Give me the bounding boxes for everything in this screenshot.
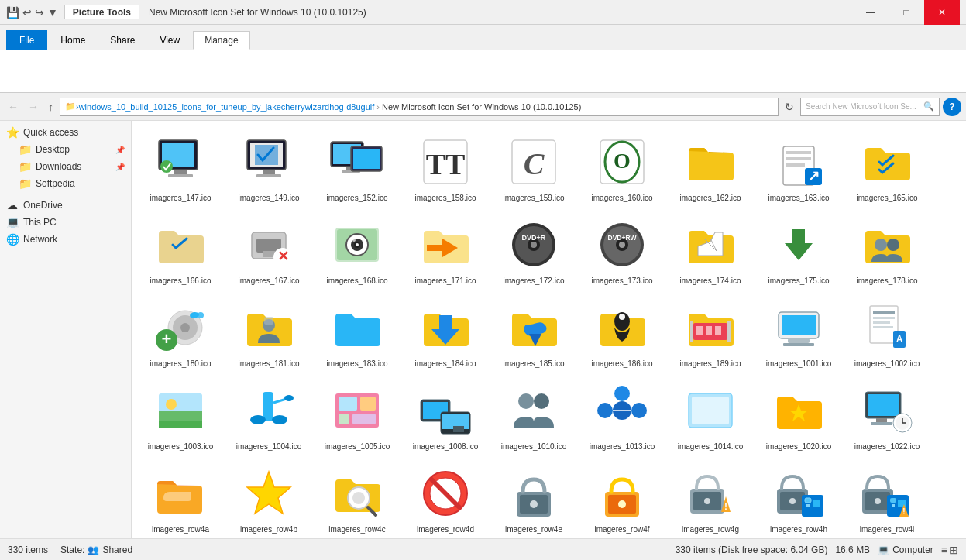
svg-rect-120 [876, 418, 887, 422]
file-item-row4d[interactable]: imageres_row4d [403, 459, 488, 538]
file-item-184[interactable]: imageres_184.ico [403, 293, 488, 373]
file-label-183: imageres_183.ico [327, 359, 388, 369]
file-item-167[interactable]: ✕ imageres_167.ico [226, 210, 311, 290]
file-item-row4g[interactable]: ! imageres_row4g [668, 459, 753, 538]
file-item-162[interactable]: imageres_162.ico [668, 127, 753, 207]
file-item-165[interactable]: imageres_165.ico [844, 127, 930, 207]
file-label-1005: imageres_1005.ico [325, 441, 390, 452]
file-item-row4c[interactable]: imageres_row4c [315, 459, 400, 538]
back-button[interactable]: ← [5, 99, 22, 115]
file-icon-149 [232, 131, 306, 193]
file-item-1004[interactable]: imageres_1004.ico [226, 376, 311, 455]
file-item-1003[interactable]: imageres_1003.ico [138, 376, 223, 455]
file-item-1002[interactable]: A imageres_1002.ico [844, 293, 930, 373]
file-item-1010[interactable]: imageres_1010.ico [491, 376, 576, 455]
file-item-160[interactable]: O imageres_160.ico [579, 127, 665, 207]
sidebar-item-this-pc[interactable]: 💻 This PC [0, 214, 131, 231]
view-icons: ≡ ⊞ [941, 544, 958, 556]
file-icon-166 [143, 214, 218, 276]
minimize-button[interactable]: — [853, 0, 889, 25]
file-item-185[interactable]: imageres_185.ico [491, 293, 576, 373]
svg-rect-105 [453, 426, 464, 432]
file-grid: imageres_147.ico imageres_149.ico [138, 127, 960, 538]
close-button[interactable]: ✕ [924, 0, 960, 25]
undo-icon[interactable]: ↩ [22, 6, 32, 19]
file-item-149[interactable]: imageres_149.ico [226, 127, 311, 207]
file-item-1020[interactable]: imageres_1020.ico [756, 376, 841, 455]
file-item-171[interactable]: imageres_171.ico [403, 210, 488, 290]
file-item-row4b[interactable]: imageres_row4b [226, 459, 311, 538]
file-item-row4a[interactable]: imageres_row4a [138, 459, 223, 538]
svg-rect-119 [868, 394, 899, 416]
redo-icon[interactable]: ↪ [35, 6, 44, 19]
file-item-row4e[interactable]: imageres_row4e [491, 459, 576, 538]
search-box[interactable]: Search New Microsoft Icon Se... 🔍 [800, 98, 940, 116]
tab-view[interactable]: View [148, 31, 191, 50]
file-item-row4i[interactable]: ! imageres_row4i [844, 459, 930, 538]
svg-point-138 [618, 500, 626, 508]
maximize-button[interactable]: □ [889, 0, 924, 25]
file-item-168[interactable]: imageres_168.ico [315, 210, 400, 290]
sidebar-item-network[interactable]: 🌐 Network [0, 231, 131, 248]
file-item-181[interactable]: imageres_181.ico [226, 293, 311, 373]
refresh-button[interactable]: ↻ [782, 99, 797, 115]
address-box[interactable]: 📁 › windows_10_build_10125_icons_for_tun… [60, 98, 779, 116]
svg-rect-3 [168, 174, 193, 177]
address-bar: ← → ↑ 📁 › windows_10_build_10125_icons_f… [0, 93, 966, 121]
onedrive-icon: ☁ [6, 199, 19, 211]
folder-icon: 📁 [19, 143, 31, 156]
tab-home[interactable]: Home [49, 31, 97, 50]
file-item-1022[interactable]: imageres_1022.ico [844, 376, 930, 455]
search-icon[interactable]: 🔍 [923, 101, 934, 112]
forward-button[interactable]: → [25, 99, 42, 115]
sidebar-item-onedrive[interactable]: ☁ OneDrive [0, 197, 131, 214]
file-item-159[interactable]: C imageres_159.ico [491, 127, 576, 207]
file-item-1013[interactable]: imageres_1013.ico [579, 376, 665, 455]
file-item-1008[interactable]: imageres_1008.ico [403, 376, 488, 455]
file-item-1005[interactable]: imageres_1005.ico [315, 376, 400, 455]
svg-point-109 [597, 403, 613, 418]
file-item-166[interactable]: imageres_166.ico [138, 210, 223, 290]
svg-point-4 [160, 160, 173, 173]
file-item-189[interactable]: imageres_189.ico [668, 293, 753, 373]
sidebar-item-quick-access[interactable]: ⭐ Quick access [0, 124, 131, 141]
help-button[interactable]: ? [943, 98, 961, 116]
file-item-175[interactable]: imageres_175.ico [756, 210, 841, 290]
tab-share[interactable]: Share [98, 31, 146, 50]
file-item-174[interactable]: imageres_174.ico [668, 210, 753, 290]
details-view-icon[interactable]: ≡ [941, 544, 947, 556]
sidebar-item-softpedia[interactable]: 📁 Softpedia [0, 175, 131, 192]
save-icon[interactable]: 💾 [6, 6, 19, 19]
file-item-row4h[interactable]: imageres_row4h [756, 459, 841, 538]
file-item-186[interactable]: imageres_186.ico [579, 293, 665, 373]
file-icon-180: + [143, 297, 218, 359]
file-item-183[interactable]: imageres_183.ico [315, 293, 400, 373]
file-label-1001: imageres_1001.ico [766, 359, 832, 369]
file-item-172[interactable]: DVD+R imageres_172.ico [491, 210, 576, 290]
file-item-1014[interactable]: imageres_1014.ico [668, 376, 753, 455]
file-item-178[interactable]: imageres_178.ico [844, 210, 930, 290]
tab-file[interactable]: File [6, 30, 47, 50]
file-item-147[interactable]: imageres_147.ico [138, 127, 223, 207]
file-icon-1010 [497, 380, 571, 441]
file-item-158[interactable]: TT imageres_158.ico [403, 127, 488, 207]
file-label-row4b: imageres_row4b [240, 524, 297, 534]
file-item-163[interactable]: ↗ imageres_163.ico [756, 127, 841, 207]
tab-manage[interactable]: Manage [193, 31, 249, 50]
tiles-view-icon[interactable]: ⊞ [949, 544, 958, 556]
address-icon: 📁 [65, 101, 76, 112]
ribbon-content [0, 50, 966, 92]
dropdown-icon[interactable]: ▼ [47, 6, 58, 19]
file-item-row4f[interactable]: imageres_row4f [579, 459, 665, 538]
file-item-180[interactable]: + imageres_180.ico [138, 293, 223, 373]
sidebar-item-downloads[interactable]: 📁 Downloads 📌 [0, 158, 131, 175]
state-icon: 👥 [88, 545, 99, 555]
pc-icon: 💻 [6, 216, 19, 228]
file-item-152[interactable]: imageres_152.ico [315, 127, 400, 207]
file-icon-row4d [408, 462, 483, 524]
file-item-173[interactable]: DVD+RW imageres_173.ico [579, 210, 665, 290]
file-item-1001[interactable]: imageres_1001.ico [756, 293, 841, 373]
sidebar-item-desktop[interactable]: 📁 Desktop 📌 [0, 141, 131, 158]
file-label-189: imageres_189.ico [680, 359, 741, 369]
up-button[interactable]: ↑ [45, 99, 57, 115]
